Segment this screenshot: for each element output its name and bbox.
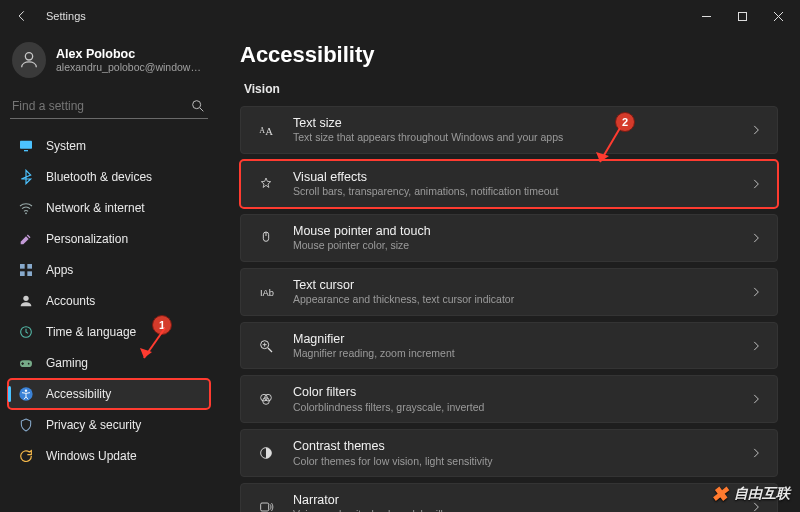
privacy-icon xyxy=(18,417,34,433)
gaming-icon xyxy=(18,355,34,371)
annotation-badge-1: 1 xyxy=(152,315,172,335)
maximize-button[interactable] xyxy=(724,2,760,30)
magnifier-icon-wrap xyxy=(255,335,277,357)
textsize-icon-wrap: AA xyxy=(255,119,277,141)
sidebar-item-update[interactable]: Windows Update xyxy=(8,441,210,471)
mouse-icon xyxy=(258,230,274,246)
sidebar-item-label: Network & internet xyxy=(46,201,145,215)
narrator-icon-wrap xyxy=(255,496,277,512)
card-text: Visual effects Scroll bars, transparency… xyxy=(293,169,749,199)
sidebar-item-label: Bluetooth & devices xyxy=(46,170,152,184)
sidebar-item-system[interactable]: System xyxy=(8,131,210,161)
card-subtitle: Text size that appears throughout Window… xyxy=(293,131,749,145)
card-textsize[interactable]: AA Text size Text size that appears thro… xyxy=(240,106,778,154)
contrast-icon xyxy=(258,445,274,461)
card-subtitle: Appearance and thickness, text cursor in… xyxy=(293,293,749,307)
card-title: Magnifier xyxy=(293,331,749,347)
visualeffects-icon xyxy=(258,176,274,192)
accounts-icon xyxy=(18,293,34,309)
accessibility-icon-wrap xyxy=(18,386,34,402)
user-name: Alex Poloboc xyxy=(56,47,206,61)
svg-rect-8 xyxy=(20,264,25,269)
watermark-text: 自由互联 xyxy=(734,485,790,503)
svg-text:IAb: IAb xyxy=(260,288,274,298)
sidebar: Alex Poloboc alexandru_poloboc@windowsre… xyxy=(0,32,218,512)
card-list: AA Text size Text size that appears thro… xyxy=(240,106,778,512)
system-icon xyxy=(18,138,34,154)
apps-icon-wrap xyxy=(18,262,34,278)
privacy-icon-wrap xyxy=(18,417,34,433)
card-text: Contrast themes Color themes for low vis… xyxy=(293,438,749,468)
arrow-left-icon xyxy=(15,9,29,23)
card-subtitle: Voice, verbosity, keyboard, braille xyxy=(293,508,749,512)
sidebar-item-network[interactable]: Network & internet xyxy=(8,193,210,223)
gaming-icon-wrap xyxy=(18,355,34,371)
time-icon-wrap xyxy=(18,324,34,340)
minimize-button[interactable] xyxy=(688,2,724,30)
sidebar-item-label: Apps xyxy=(46,263,73,277)
magnifier-icon xyxy=(258,338,274,354)
sidebar-item-label: Gaming xyxy=(46,356,88,370)
card-subtitle: Mouse pointer color, size xyxy=(293,239,749,253)
profile-block[interactable]: Alex Poloboc alexandru_poloboc@windowsre… xyxy=(8,36,210,88)
mouse-icon-wrap xyxy=(255,227,277,249)
accessibility-icon xyxy=(18,386,34,402)
card-contrast[interactable]: Contrast themes Color themes for low vis… xyxy=(240,429,778,477)
sidebar-item-label: System xyxy=(46,139,86,153)
sidebar-item-label: Accessibility xyxy=(46,387,111,401)
card-narrator[interactable]: Narrator Voice, verbosity, keyboard, bra… xyxy=(240,483,778,512)
sidebar-item-gaming[interactable]: Gaming xyxy=(8,348,210,378)
sidebar-item-label: Privacy & security xyxy=(46,418,141,432)
close-button[interactable] xyxy=(760,2,796,30)
apps-icon xyxy=(18,262,34,278)
search-icon xyxy=(190,98,206,114)
card-colorfilters[interactable]: Color filters Colorblindness filters, gr… xyxy=(240,375,778,423)
card-mouse[interactable]: Mouse pointer and touch Mouse pointer co… xyxy=(240,214,778,262)
sidebar-item-time[interactable]: Time & language xyxy=(8,317,210,347)
search-box[interactable] xyxy=(10,94,208,119)
sidebar-item-bluetooth[interactable]: Bluetooth & devices xyxy=(8,162,210,192)
watermark-logo-icon: ✖ xyxy=(711,482,728,506)
search-input[interactable] xyxy=(12,99,190,113)
sidebar-item-accounts[interactable]: Accounts xyxy=(8,286,210,316)
system-icon-wrap xyxy=(18,138,34,154)
card-visualeffects[interactable]: Visual effects Scroll bars, transparency… xyxy=(240,160,778,208)
sidebar-item-privacy[interactable]: Privacy & security xyxy=(8,410,210,440)
card-subtitle: Scroll bars, transparency, animations, n… xyxy=(293,185,749,199)
sidebar-item-apps[interactable]: Apps xyxy=(8,255,210,285)
chevron-right-icon xyxy=(749,123,763,137)
network-icon-wrap xyxy=(18,200,34,216)
card-subtitle: Color themes for low vision, light sensi… xyxy=(293,455,749,469)
back-button[interactable] xyxy=(8,2,36,30)
svg-text:A: A xyxy=(259,126,265,135)
card-magnifier[interactable]: Magnifier Magnifier reading, zoom increm… xyxy=(240,322,778,370)
sidebar-item-label: Windows Update xyxy=(46,449,137,463)
card-subtitle: Colorblindness filters, grayscale, inver… xyxy=(293,401,749,415)
card-textcursor[interactable]: IAb Text cursor Appearance and thickness… xyxy=(240,268,778,316)
textsize-icon: AA xyxy=(258,122,274,138)
svg-point-7 xyxy=(25,212,27,214)
sidebar-item-accessibility[interactable]: Accessibility xyxy=(8,379,210,409)
colorfilters-icon-wrap xyxy=(255,388,277,410)
svg-point-15 xyxy=(28,363,30,365)
chevron-right-icon xyxy=(749,446,763,460)
svg-line-4 xyxy=(200,108,203,111)
card-title: Contrast themes xyxy=(293,438,749,454)
svg-rect-9 xyxy=(27,264,32,269)
card-title: Visual effects xyxy=(293,169,749,185)
profile-text: Alex Poloboc alexandru_poloboc@windowsre… xyxy=(56,47,206,73)
sidebar-item-personalization[interactable]: Personalization xyxy=(8,224,210,254)
close-icon xyxy=(773,11,784,22)
svg-rect-5 xyxy=(20,141,32,149)
svg-point-2 xyxy=(25,53,32,60)
update-icon xyxy=(18,448,34,464)
visualeffects-icon-wrap xyxy=(255,173,277,195)
svg-rect-6 xyxy=(24,150,28,151)
network-icon xyxy=(18,200,34,216)
nav-list: System Bluetooth & devices Network & int… xyxy=(8,131,210,471)
svg-line-24 xyxy=(268,348,272,352)
svg-point-17 xyxy=(25,389,27,391)
textcursor-icon-wrap: IAb xyxy=(255,281,277,303)
colorfilters-icon xyxy=(258,391,274,407)
window-title: Settings xyxy=(46,10,86,22)
